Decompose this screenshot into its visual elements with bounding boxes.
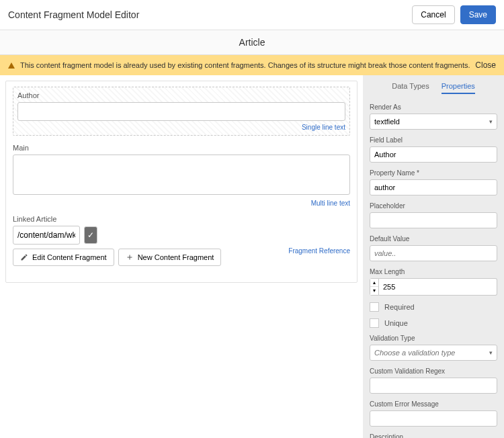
- field-author-type: Single line text: [17, 124, 345, 131]
- custom-regex-label: Custom Validation Regex: [370, 367, 497, 375]
- render-as-label: Render As: [370, 103, 497, 111]
- render-as-select[interactable]: [370, 114, 497, 130]
- page-title: Content Fragment Model Editor: [8, 9, 139, 20]
- tab-properties[interactable]: Properties: [442, 82, 475, 94]
- warning-message: This content fragment model is already u…: [20, 61, 470, 69]
- save-button[interactable]: Save: [460, 5, 496, 24]
- max-length-increment[interactable]: ▴: [370, 279, 378, 287]
- max-length-label: Max Length: [370, 268, 497, 275]
- tab-data-types[interactable]: Data Types: [392, 82, 429, 94]
- field-label-label: Field Label: [370, 136, 497, 144]
- field-main-input[interactable]: [13, 155, 350, 195]
- max-length-input[interactable]: [379, 278, 497, 296]
- field-main-label: Main: [13, 144, 350, 152]
- field-linked-article[interactable]: Linked Article ✓ Edit Content Fragment N…: [13, 215, 350, 266]
- field-linked-type: Fragment Reference: [288, 247, 350, 255]
- warning-icon: [8, 62, 15, 69]
- description-label: Description: [370, 433, 497, 438]
- custom-error-label: Custom Error Message: [370, 400, 497, 408]
- property-name-label: Property Name *: [370, 169, 497, 177]
- max-length-decrement[interactable]: ▾: [370, 287, 378, 295]
- default-value-input[interactable]: [370, 245, 497, 261]
- side-panel: Data Types Properties Render As ▾ Field …: [363, 75, 504, 438]
- unique-label: Unique: [384, 319, 408, 327]
- field-linked-label: Linked Article: [13, 215, 350, 223]
- pencil-icon: [20, 253, 28, 261]
- field-label-input[interactable]: [370, 146, 497, 163]
- new-content-fragment-button[interactable]: New Content Fragment: [118, 249, 222, 266]
- field-author-label: Author: [17, 91, 345, 99]
- linked-article-path-input[interactable]: [13, 226, 80, 245]
- cancel-button[interactable]: Cancel: [412, 5, 454, 24]
- warning-close-button[interactable]: Close: [475, 60, 496, 70]
- custom-regex-input[interactable]: [370, 378, 497, 394]
- custom-error-input[interactable]: [370, 410, 497, 427]
- warning-bar: This content fragment model is already u…: [0, 55, 504, 75]
- linked-article-check-button[interactable]: ✓: [84, 226, 97, 244]
- field-main[interactable]: Main Multi line text: [13, 144, 350, 207]
- edit-content-fragment-button[interactable]: Edit Content Fragment: [13, 249, 114, 266]
- validation-type-label: Validation Type: [370, 335, 497, 342]
- model-title: Article: [0, 30, 504, 55]
- plus-icon: [126, 253, 134, 261]
- unique-checkbox[interactable]: [370, 318, 379, 328]
- placeholder-label: Placeholder: [370, 202, 497, 210]
- field-author-input[interactable]: [17, 102, 345, 121]
- required-label: Required: [384, 303, 415, 311]
- placeholder-input[interactable]: [370, 212, 497, 228]
- field-author[interactable]: Author Single line text: [13, 87, 350, 136]
- property-name-input[interactable]: [370, 179, 497, 195]
- model-canvas: Author Single line text Main Multi line …: [5, 81, 358, 283]
- validation-type-select[interactable]: [370, 345, 497, 361]
- required-checkbox[interactable]: [370, 302, 379, 312]
- default-value-label: Default Value: [370, 235, 497, 243]
- field-main-type: Multi line text: [13, 200, 350, 207]
